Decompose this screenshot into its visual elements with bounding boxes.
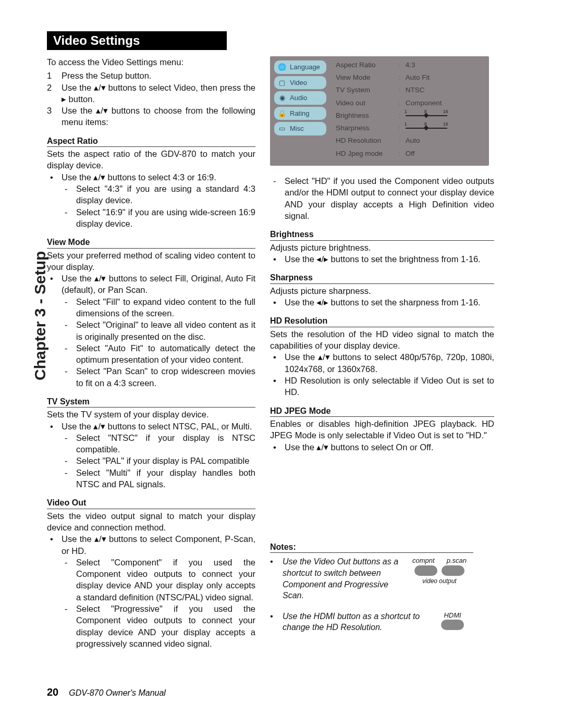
osd-screenshot: 🌐Language ▢Video ◉Audio 🔒Rating ▭Misc As…: [270, 56, 489, 166]
aspect-sub1: Select "4:3" if you are using a standard…: [76, 183, 255, 206]
tv-system-desc: Sets the TV system of your display devic…: [47, 409, 255, 420]
video-out-desc: Sets the video output signal to match yo…: [47, 510, 255, 534]
page-title: Video Settings: [47, 31, 227, 50]
tv-sub2: Select "PAL" if your display is PAL comp…: [76, 455, 255, 466]
note-2-icons: HDMI: [432, 611, 473, 633]
sharpness-heading: Sharpness: [270, 272, 494, 284]
sharpness-slider: 1 8 16: [406, 126, 447, 130]
tv-icon: ▢: [277, 79, 287, 86]
aspect-ratio-desc: Sets the aspect ratio of the GDV-870 to …: [47, 148, 255, 171]
compnt-button-icon: [414, 565, 437, 576]
tv-bullet: Use the ▴/▾ buttons to select NTSC, PAL,…: [62, 421, 255, 432]
osd-tab-rating: 🔒Rating: [274, 107, 326, 120]
globe-icon: 🌐: [277, 64, 287, 71]
view-mode-heading: View Mode: [47, 237, 255, 249]
osd-key-hdres: HD Resolution: [336, 136, 398, 145]
hdjpeg-bullet: Use the ▴/▾ buttons to select On or Off.: [285, 441, 494, 453]
sharpness-desc: Adjusts picture sharpness.: [270, 285, 494, 297]
hdres-heading: HD Resolution: [270, 315, 494, 327]
view-mode-desc: Sets your preferred method of scaling vi…: [47, 250, 255, 273]
tv-sub1: Select "NTSC" if your display is NTSC co…: [76, 432, 255, 455]
manual-title: GDV-870 Owner's Manual: [69, 688, 166, 698]
vout-sub3: Select "HD" if you used the Component vi…: [285, 175, 494, 221]
osd-tab-audio: ◉Audio: [274, 91, 326, 105]
view-sub3: Select "Auto Fit" to automatically detec…: [76, 342, 255, 366]
osd-val-hdres: Auto: [398, 136, 483, 145]
hdjpeg-heading: HD JPEG Mode: [270, 405, 494, 417]
aspect-ratio-heading: Aspect Ratio: [47, 135, 255, 147]
brightness-desc: Adjusts picture brightness.: [270, 242, 494, 253]
tv-sub3: Select "Multi" if your display handles b…: [76, 467, 255, 490]
tv-system-heading: TV System: [47, 396, 255, 408]
hdres-bullet1: Use the ▴/▾ buttons to select 480p/576p,…: [285, 351, 494, 375]
osd-key-sharp: Sharpness: [336, 124, 398, 133]
osd-key-bright: Brightness: [336, 111, 398, 120]
osd-val-aspect: 4:3: [398, 60, 483, 70]
vout-bullet: Use the ▴/▾ buttons to select Component,…: [62, 533, 255, 557]
osd-val-tv: NTSC: [398, 85, 483, 95]
hdres-desc: Sets the resolution of the HD video sign…: [270, 328, 494, 352]
osd-val-sharp: 1 8 16: [398, 124, 483, 133]
osd-val-vout: Component: [398, 98, 483, 108]
hdmi-button-icon: [441, 620, 464, 630]
vout-sub1: Select "Component" if you used the Compo…: [76, 557, 255, 603]
step-3: Use the ▴/▾ buttons to choose from the f…: [62, 105, 255, 128]
bright-bullet: Use the ◂/▸ buttons to set the brightnes…: [285, 253, 494, 265]
right-column: 🌐Language ▢Video ◉Audio 🔒Rating ▭Misc As…: [270, 56, 494, 649]
notes-heading: Notes:: [270, 541, 473, 553]
aspect-sub2: Select "16:9" if you are using wide-scre…: [76, 206, 255, 230]
vout-sub2: Select "Progressive" if you used the Com…: [76, 603, 255, 649]
speaker-icon: ◉: [277, 94, 287, 102]
video-out-heading: Video Out: [47, 497, 255, 509]
view-sub2: Select "Original" to leave all video con…: [76, 319, 255, 342]
aspect-bullet: Use the ▴/▾ buttons to select 4:3 or 16:…: [62, 171, 255, 183]
osd-tab-language: 🌐Language: [274, 60, 326, 74]
step-1: Press the Setup button.: [62, 70, 255, 81]
osd-key-tv: TV System: [336, 85, 398, 95]
intro-text: To access the Video Settings menu:: [47, 56, 255, 68]
osd-key-vout: Video out: [336, 98, 398, 108]
lock-icon: 🔒: [277, 109, 287, 117]
hdjpeg-desc: Enables or disables high-definition JPEG…: [270, 418, 494, 441]
view-bullet: Use the ▴/▾ buttons to select Fill, Orig…: [62, 273, 255, 296]
osd-key-hdjpeg: HD Jpeg mode: [336, 149, 398, 158]
brightness-heading: Brightness: [270, 229, 494, 241]
osd-key-view: View Mode: [336, 73, 398, 82]
page-number: 20: [47, 686, 58, 698]
note-1: Use the Video Out buttons as a shortcut …: [283, 556, 400, 601]
osd-val-view: Auto Fit: [398, 73, 483, 82]
brightness-slider: 1 8 16: [406, 114, 447, 118]
misc-icon: ▭: [277, 125, 287, 132]
osd-val-bright: 1 8 16: [398, 111, 483, 120]
note-1-icons: compnt p.scan video output: [406, 556, 473, 601]
view-sub1: Select "Fill" to expand video content to…: [76, 296, 255, 319]
hdres-bullet2: HD Resolution is only selectable if Vide…: [285, 375, 494, 398]
left-column: To access the Video Settings menu: 1Pres…: [47, 56, 255, 649]
sharp-bullet: Use the ◂/▸ buttons to set the sharpness…: [285, 297, 494, 308]
notes-box: Notes: • Use the Video Out buttons as a …: [270, 541, 473, 633]
chapter-label: Chapter 3 - Setup: [31, 251, 49, 380]
pscan-button-icon: [442, 565, 464, 576]
view-sub4: Select "Pan Scan" to crop widescreen mov…: [76, 365, 255, 389]
note-2: Use the HDMI button as a shortcut to cha…: [283, 611, 426, 633]
osd-tab-video: ▢Video: [274, 76, 326, 90]
step-2: Use the ▴/▾ buttons to select Video, the…: [62, 82, 255, 105]
osd-tab-misc: ▭Misc: [274, 122, 326, 135]
footer: 20 GDV-870 Owner's Manual: [47, 686, 166, 698]
osd-val-hdjpeg: Off: [398, 149, 483, 158]
osd-key-aspect: Aspect Ratio: [336, 60, 398, 70]
